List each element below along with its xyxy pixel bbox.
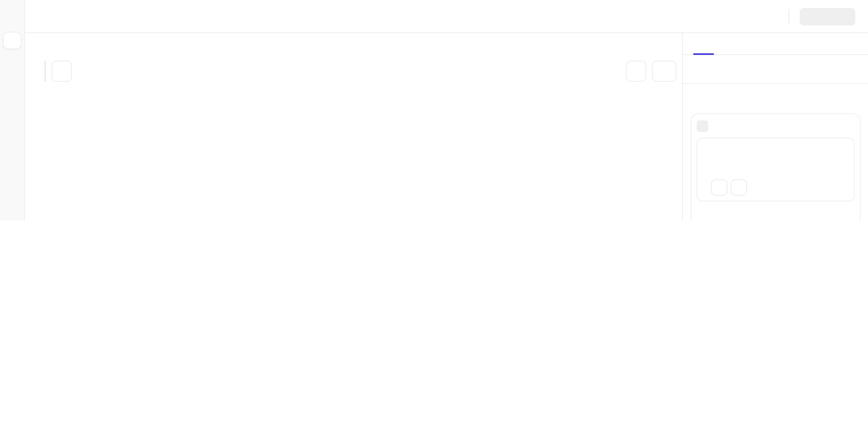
legend-swatch (370, 94, 377, 101)
event-steps-card (696, 138, 855, 201)
view-type-dropdown[interactable] (652, 61, 676, 82)
breadcrumb (44, 0, 55, 33)
topbar-divider (789, 9, 789, 24)
chart-toolbar (44, 61, 676, 82)
create-new-button[interactable] (3, 32, 22, 49)
save-button[interactable] (800, 8, 855, 25)
top-actions (740, 0, 855, 33)
query-panel: ••• (682, 33, 868, 220)
app-window: ••• (0, 0, 868, 220)
left-sidebar (0, 0, 25, 220)
retention-window-dropdown[interactable] (711, 180, 727, 196)
chart-legend[interactable] (69, 94, 682, 101)
retention-bucket-dropdown[interactable] (731, 180, 747, 196)
event-step-a[interactable] (702, 142, 849, 159)
date-range-group (44, 61, 46, 82)
more-options-button[interactable] (764, 9, 778, 24)
event-step-b[interactable] (702, 159, 849, 177)
retention-line-chart (69, 107, 682, 200)
panel-tabs (683, 33, 868, 55)
granularity-dropdown[interactable] (626, 61, 646, 82)
top-bar (25, 0, 868, 33)
chart-type-selector (683, 55, 868, 84)
share-link-button[interactable] (740, 9, 754, 24)
compare-button[interactable] (52, 61, 72, 82)
report-canvas (25, 33, 682, 220)
query-card (691, 114, 861, 220)
chart-plot-area (98, 107, 682, 220)
query-letter-badge (696, 120, 708, 132)
